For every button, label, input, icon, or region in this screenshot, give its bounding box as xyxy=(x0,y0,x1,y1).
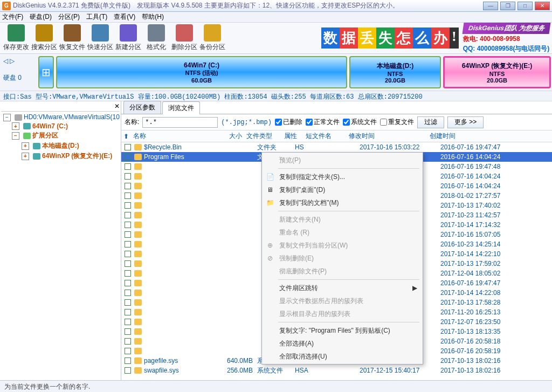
row-checkbox[interactable] xyxy=(125,192,131,199)
row-checkbox[interactable] xyxy=(125,202,131,209)
row-checkbox[interactable] xyxy=(125,348,131,354)
folder-icon xyxy=(134,231,142,238)
context-menu-item[interactable]: 复制文字: "Program Files" 到剪贴板(C) xyxy=(263,324,422,337)
tree-expand-icon[interactable]: − xyxy=(3,114,11,121)
context-menu-item[interactable]: 文件扇区跳转▶ xyxy=(263,281,422,294)
row-checkbox[interactable] xyxy=(125,290,131,296)
row-checkbox[interactable] xyxy=(125,154,131,160)
window-title: DiskGenius V4.9.2.371 免费版(单文件版) 发现新版本 V4… xyxy=(13,1,399,10)
context-menu-item: 重命名 (R) xyxy=(263,226,422,239)
banner: 数据丢失怎么办! DiskGenius团队 为您服务 救电: 400-008-9… xyxy=(321,24,550,52)
toolbar-button[interactable]: 格式化 xyxy=(142,24,170,52)
menu-item[interactable]: 分区(P) xyxy=(58,12,80,22)
tab-partition-params[interactable]: 分区参数 xyxy=(123,101,161,114)
row-checkbox[interactable] xyxy=(125,173,131,180)
row-checkbox[interactable] xyxy=(125,222,131,228)
maximize-button[interactable]: □ xyxy=(518,2,533,10)
close-button[interactable]: ✕ xyxy=(535,2,550,10)
menu-item[interactable]: 硬盘(D) xyxy=(30,12,52,22)
tree-expand-icon[interactable]: + xyxy=(22,142,29,150)
toolbar-button[interactable]: 保存更改 xyxy=(2,24,30,52)
row-checkbox[interactable] xyxy=(125,144,131,150)
file-columns[interactable]: ⬆ 名称 大小 文件类型 属性 短文件名 修改时间 创建时间 xyxy=(121,130,552,142)
row-checkbox[interactable] xyxy=(125,241,131,247)
folder-icon xyxy=(134,222,142,228)
tree-expand-icon[interactable]: + xyxy=(12,122,19,130)
menu-item[interactable]: 帮助(H) xyxy=(142,12,164,22)
file-list[interactable]: $Recycle.Bin文件夹HS2017-10-16 15:03:222016… xyxy=(121,142,552,380)
context-menu-item[interactable]: 全部取消选择(U) xyxy=(263,350,422,363)
folder-icon xyxy=(134,212,142,218)
row-checkbox[interactable] xyxy=(125,309,131,315)
context-menu-item[interactable]: 🖥复制到"桌面"(D) xyxy=(263,183,422,196)
tree-expand-icon[interactable]: − xyxy=(12,132,19,140)
tab-browse-files[interactable]: 浏览文件 xyxy=(162,101,200,114)
context-menu-item: 彻底删除文件(P) xyxy=(263,265,422,278)
more-button[interactable]: 更多 >> xyxy=(447,116,484,128)
row-checkbox[interactable] xyxy=(125,280,131,286)
folder-icon xyxy=(134,328,142,335)
row-checkbox[interactable] xyxy=(125,338,131,345)
folder-icon xyxy=(134,270,142,277)
row-checkbox[interactable] xyxy=(125,299,131,306)
folder-icon xyxy=(134,309,142,315)
folder-icon xyxy=(134,319,142,325)
chk-deleted[interactable]: 已删除 xyxy=(275,118,302,127)
toolbar-button[interactable]: 删除分区 xyxy=(170,24,198,52)
row-checkbox[interactable] xyxy=(125,319,131,325)
row-checkbox[interactable] xyxy=(125,260,131,267)
context-menu-item[interactable]: 📁复制到"我的文档"(M) xyxy=(263,196,422,209)
toolbar-button[interactable]: 搜索分区 xyxy=(30,24,58,52)
row-checkbox[interactable] xyxy=(125,163,131,170)
partition-block[interactable]: 64WinXP (恢复文件)(E:)NTFS20.0GB xyxy=(443,56,551,88)
partition-block[interactable]: 本地磁盘(D:)NTFS20.0GB xyxy=(349,56,441,88)
row-checkbox[interactable] xyxy=(125,357,131,364)
folder-icon xyxy=(134,251,142,257)
row-checkbox[interactable] xyxy=(125,212,131,218)
minimize-button[interactable]: — xyxy=(483,2,498,10)
row-checkbox[interactable] xyxy=(125,328,131,335)
menu-item[interactable]: 查看(V) xyxy=(114,12,135,22)
toolbar: 保存更改搜索分区恢复文件快速分区新建分区格式化删除分区备份分区 数据丢失怎么办!… xyxy=(0,23,552,54)
status-bar: 为当前文件更换一个新的名字. xyxy=(0,380,552,392)
row-checkbox[interactable] xyxy=(125,251,131,257)
folder-icon xyxy=(134,290,142,296)
chk-normal[interactable]: 正常文件 xyxy=(306,118,340,127)
context-menu-item: 新建文件夹(N) xyxy=(263,213,422,226)
row-checkbox[interactable] xyxy=(125,367,131,374)
tree-close-icon[interactable]: ✕ xyxy=(114,102,120,110)
up-icon[interactable]: ⬆ xyxy=(121,133,131,140)
folder-icon xyxy=(134,202,142,209)
toolbar-button[interactable]: 新建分区 xyxy=(114,24,142,52)
partition-tree[interactable]: ✕ −HD0:VMware,VMwareVirtualS(10 +64Win7 … xyxy=(0,101,121,380)
table-row[interactable]: swapfile.sys256.0MB系统文件HSA2017-12-15 15:… xyxy=(121,366,552,375)
menubar: 文件(F)硬盘(D)分区(P)工具(T)查看(V)帮助(H) xyxy=(0,12,552,23)
menu-item[interactable]: 工具(T) xyxy=(86,12,107,22)
filter-button[interactable]: 过滤 xyxy=(417,116,444,128)
context-menu-item[interactable]: 📄复制到指定文件夹(S)... xyxy=(263,170,422,183)
disk-nav-arrows[interactable]: ◁ ▷ xyxy=(3,57,34,65)
restore-button[interactable]: ❐ xyxy=(500,2,515,10)
folder-icon xyxy=(134,357,142,364)
filter-pattern-input[interactable] xyxy=(142,117,218,128)
menu-item[interactable]: 文件(F) xyxy=(2,12,23,22)
partition-block[interactable]: 64Win7 (C:)NTFS (活动)60.0GB xyxy=(56,56,347,88)
context-menu-item: 显示文件数据所占用的簇列表 xyxy=(263,294,422,307)
toolbar-button[interactable]: 快速分区 xyxy=(86,24,114,52)
row-checkbox[interactable] xyxy=(125,270,131,277)
folder-icon xyxy=(134,299,142,306)
chk-repeat[interactable]: 重复文件 xyxy=(380,118,414,127)
tree-expand-icon[interactable]: + xyxy=(22,153,29,160)
row-checkbox[interactable] xyxy=(125,231,131,238)
banner-team: DiskGenius团队 为您服务 xyxy=(462,23,550,34)
context-menu-item[interactable]: 全部选择(A) xyxy=(263,337,422,350)
table-row[interactable]: $Recycle.Bin文件夹HS2017-10-16 15:03:222016… xyxy=(121,142,552,152)
folder-icon xyxy=(134,173,142,180)
toolbar-button[interactable]: 恢复文件 xyxy=(58,24,86,52)
toolbar-button[interactable]: 备份分区 xyxy=(198,24,226,52)
row-checkbox[interactable] xyxy=(125,183,131,189)
disk-label: 硬盘 0 xyxy=(3,73,34,82)
disk-map: ◁ ▷ 硬盘 0 ⊞ 64Win7 (C:)NTFS (活动)60.0GB本地磁… xyxy=(0,54,552,91)
chk-system[interactable]: 系统文件 xyxy=(343,118,377,127)
folder-icon xyxy=(134,348,142,354)
